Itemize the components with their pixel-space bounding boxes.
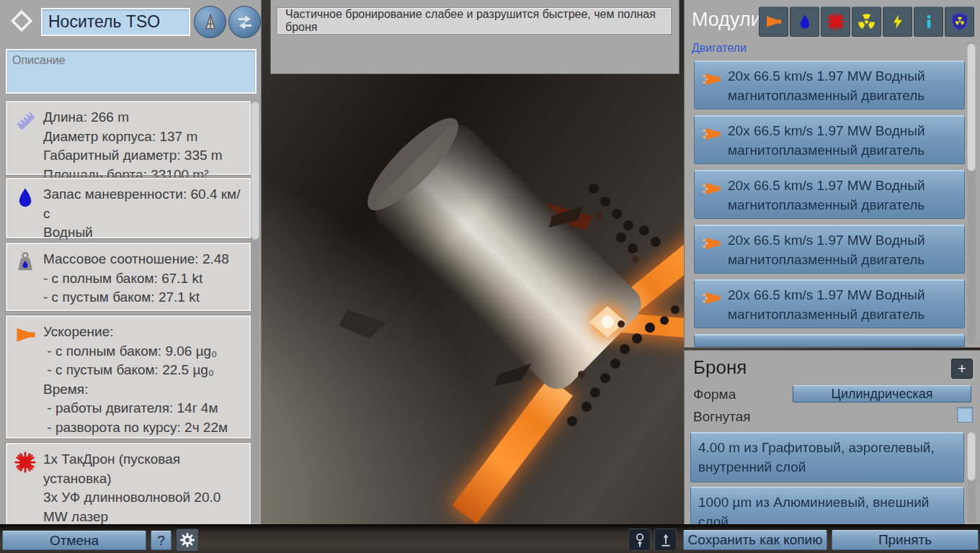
module-item-label: 20x 66.5 km/s 1.97 MW Водный магнитоплаз… [728,176,958,215]
droplet-icon [14,186,37,210]
notice-text: Частичное бронирование слабее и разрушит… [278,8,670,34]
tab-reactor[interactable] [852,6,881,37]
modules-title: Модули [692,9,762,31]
tab-propellant[interactable] [790,6,819,37]
notice-panel: Частичное бронирование слабее и разрушит… [271,0,679,73]
module-item-label: 20x 66.5 km/s 1.97 MW Водный магнитоплаз… [728,286,958,324]
info-icon [922,12,936,31]
module-item-engine-partial[interactable] [694,334,965,347]
rocket-icon [201,13,220,32]
category-link-engines[interactable]: Двигатели [692,42,747,55]
module-item-label: 20x 66.5 km/s 1.97 MW Водный магнитоплаз… [728,67,958,105]
stat-line: - работы двигателя: 14г 4м [43,399,244,418]
stat-line: - с полным баком: 9.06 µg₀ [43,342,244,361]
pin-button[interactable] [628,529,651,551]
armor-title: Броня [693,356,747,379]
help-button[interactable]: ? [151,531,172,550]
burst-icon [14,451,37,475]
ship-name-input[interactable] [41,8,190,36]
cancel-button[interactable]: Отмена [2,531,146,550]
engine-icon [765,13,783,30]
armor-layer-item[interactable]: 4.00 m из Графитовый, аэрогелевый, внутр… [690,432,964,482]
module-item-engine[interactable]: 20x 66.5 km/s 1.97 MW Водный магнитоплаз… [694,225,965,274]
module-item-engine[interactable]: 20x 66.5 km/s 1.97 MW Водный магнитоплаз… [694,279,965,328]
description-input[interactable] [6,49,257,94]
engine-mini-icon [702,235,721,251]
burst-icon [827,12,845,31]
ship-info-panel: Длина: 266 m Диаметр корпуса: 137 m Габа… [0,0,261,524]
armor-layer-label: 1000 µm из Алюминиевый, внешний слой [698,493,958,524]
modules-scrollbar-thumb[interactable] [967,43,976,171]
armor-shape-button[interactable]: Цилиндрическая [793,385,971,403]
footer-bar: Отмена ? Сохранить как копию Принять [0,524,980,553]
tab-weapons[interactable] [821,6,850,37]
stat-line: - с пустым баком: 22.5 µg₀ [43,361,244,380]
stat-line: Габаритный диаметр: 335 m [43,146,244,166]
dimensions-card: Длина: 266 m Диаметр корпуса: 137 m Габа… [6,101,251,175]
acceleration-card: Ускорение: - с полным баком: 9.06 µg₀ - … [6,315,251,439]
save-as-copy-button[interactable]: Сохранить как копию [683,530,827,550]
module-item-label: 20x 66.5 km/s 1.97 MW Водный магнитоплаз… [728,122,958,160]
module-item-engine[interactable]: 20x 66.5 km/s 1.97 MW Водный магнитоплаз… [694,60,965,109]
stats-scrollbar[interactable] [251,102,259,522]
radiation-icon [857,12,876,32]
tab-info[interactable] [914,6,943,37]
shape-label: Форма [693,387,736,403]
swap-arrows-icon [236,13,254,32]
ship-render [261,0,685,524]
concave-checkbox[interactable] [957,407,973,423]
stat-line: Водный [43,223,244,243]
mass-card: Массовое соотношение: 2.48 - с полным ба… [6,243,251,311]
pin-icon [632,531,648,549]
stat-line: Массовое соотношение: 2.48 [43,250,244,269]
rocket-view-button[interactable] [194,6,226,38]
armor-scrollbar[interactable] [967,432,976,523]
stat-line: Время: [43,380,244,400]
stat-line: 1x ТакДрон (пусковая установка) [43,450,244,488]
stat-line: Запас маневренности: 60.4 км/с [43,185,244,223]
engine-mini-icon [702,181,721,197]
lightning-icon [890,12,906,31]
diamond-icon [6,5,37,37]
module-item-engine[interactable]: 20x 66.5 km/s 1.97 MW Водный магнитоплаз… [694,115,965,164]
stats-scrollbar-thumb[interactable] [251,102,259,240]
stat-line: - с полным баком: 67.1 kt [43,269,244,289]
armor-layer-label: 4.00 m из Графитовый, аэрогелевый, внутр… [698,439,958,477]
weapons-card: 1x ТакДрон (пусковая установка) 3x УФ дл… [6,443,251,524]
commit-button[interactable] [654,529,677,551]
modules-scrollbar[interactable] [967,42,976,344]
settings-button[interactable] [176,529,199,552]
thruster-icon [14,324,37,347]
accept-button[interactable]: Принять [832,530,979,550]
stat-line: - с пустым баком: 27.1 kt [43,288,244,307]
add-armor-layer-button[interactable]: + [951,359,973,379]
armor-panel: Броня + Форма Цилиндрическая Вогнутая 4.… [685,351,980,524]
engine-mini-icon [702,126,721,142]
stat-line: 3x УФ длинноволновой 20.0 MW лазер [43,488,244,524]
engine-mini-icon [702,290,721,306]
mass-icon [14,251,37,274]
stat-line: - разворота по курсу: 2ч 22м [43,418,244,438]
armor-scrollbar-thumb[interactable] [967,432,976,481]
stat-line: Диаметр корпуса: 137 m [43,127,244,147]
armor-layer-item[interactable]: 1000 µm из Алюминиевый, внешний слой [690,487,964,524]
radiation-shield-icon [950,12,969,31]
propellant-card: Запас маневренности: 60.4 км/с Водный [6,178,251,238]
gear-icon [179,531,196,549]
tab-engine[interactable] [759,6,788,37]
engine-mini-icon [702,71,721,87]
tab-radiation-shield[interactable] [945,6,974,37]
droplet-icon [797,13,813,30]
stat-line: Ускорение: [43,323,244,342]
modules-panel: Модули Двигатели 20x 66.5 km/s 1.97 MW В… [685,0,980,347]
swap-ship-button[interactable] [228,6,261,38]
ruler-icon [14,109,37,132]
module-item-label: 20x 66.5 km/s 1.97 MW Водный магнитоплаз… [728,231,958,269]
stat-line: Длина: 266 m [43,108,244,127]
concave-label: Вогнутая [693,409,751,425]
ship-designer-screen: { "colors": { "panel_gray": "#a7a7a7", "… [0,0,980,553]
arrow-up-icon [658,531,674,549]
tab-power[interactable] [883,6,912,37]
module-item-engine[interactable]: 20x 66.5 km/s 1.97 MW Водный магнитоплаз… [694,170,965,219]
